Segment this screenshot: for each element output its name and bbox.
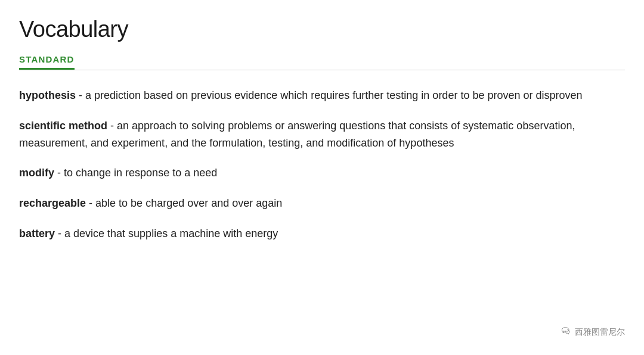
vocab-term-1: scientific method <box>19 120 107 132</box>
svg-point-0 <box>564 331 565 332</box>
vocab-list: hypothesis - a prediction based on previ… <box>19 87 625 242</box>
vocab-term-2: modify <box>19 167 54 179</box>
tabs-container: STANDARD <box>19 53 625 70</box>
vocab-term-3: rechargeable <box>19 197 86 209</box>
vocab-term-0: hypothesis <box>19 89 76 101</box>
watermark: 西雅图雷尼尔 <box>560 326 625 338</box>
wechat-icon <box>560 326 572 338</box>
vocab-definition-2: - to change in response to a need <box>54 167 217 179</box>
vocab-item: scientific method - an approach to solvi… <box>19 117 625 152</box>
tab-divider <box>19 70 625 70</box>
tab-standard[interactable]: STANDARD <box>19 54 75 70</box>
vocab-definition-3: - able to be charged over and over again <box>86 197 282 209</box>
vocab-item: modify - to change in response to a need <box>19 164 625 182</box>
watermark-text: 西雅图雷尼尔 <box>575 327 625 338</box>
vocab-item: hypothesis - a prediction based on previ… <box>19 87 625 104</box>
vocab-definition-4: - a device that supplies a machine with … <box>55 228 278 239</box>
vocab-item: battery - a device that supplies a machi… <box>19 225 625 242</box>
vocab-item: rechargeable - able to be charged over a… <box>19 195 625 212</box>
vocab-term-4: battery <box>19 228 55 239</box>
svg-point-1 <box>565 331 566 332</box>
page-title: Vocabulary <box>19 17 625 42</box>
vocab-definition-0: - a prediction based on previous evidenc… <box>76 89 582 101</box>
